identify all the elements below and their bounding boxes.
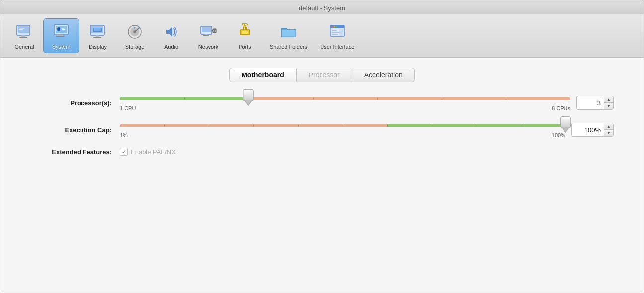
general-icon (14, 22, 34, 42)
svg-rect-17 (57, 28, 58, 29)
svg-rect-15 (58, 27, 59, 28)
svg-rect-35 (203, 35, 209, 36)
system-icon (51, 22, 71, 42)
svg-rect-11 (56, 28, 57, 29)
window-title: default - System (299, 4, 345, 12)
execution-cap-spinner-buttons: ▲ ▼ (604, 123, 614, 137)
tab-acceleration[interactable]: Acceleration (352, 68, 415, 82)
svg-marker-62 (563, 128, 569, 132)
toolbar-label-user-interface: User Interface (320, 44, 354, 50)
processor-slider-bg (120, 97, 570, 100)
processor-increment-button[interactable]: ▲ (604, 96, 613, 103)
cap-tick-1 (164, 125, 165, 127)
svg-point-28 (134, 27, 136, 29)
toolbar-item-storage[interactable]: Storage (117, 19, 153, 53)
content-area: Motherboard Processor Acceleration Proce… (0, 58, 644, 293)
svg-point-54 (335, 26, 337, 28)
cap-tick-5 (343, 125, 343, 127)
svg-rect-41 (242, 31, 248, 34)
cap-tick-3 (253, 125, 254, 127)
svg-rect-10 (62, 29, 65, 30)
network-icon (198, 22, 218, 42)
execution-cap-spinner: ▲ ▼ (571, 123, 614, 137)
svg-rect-33 (202, 27, 211, 32)
processor-decrement-button[interactable]: ▼ (604, 103, 613, 109)
svg-rect-4 (19, 28, 25, 29)
processor-slider-labels: 1 CPU 8 CPUs (120, 105, 570, 111)
svg-point-44 (244, 25, 246, 27)
execution-cap-label: Execution Cap: (30, 126, 120, 134)
execution-cap-thumb-wrapper (557, 116, 574, 136)
toolbar-label-general: General (14, 44, 34, 50)
toolbar-label-network: Network (198, 44, 218, 50)
sub-tabs: Motherboard Processor Acceleration (20, 68, 624, 82)
toolbar-label-display: Display (89, 44, 107, 50)
processor-slider-container: 1 CPU 8 CPUs (120, 94, 570, 111)
toolbar-item-display[interactable]: Display (80, 19, 116, 53)
processor-spinner: ▲ ▼ (576, 96, 614, 110)
title-bar: default - System (0, 0, 644, 14)
shared-folders-icon (279, 22, 299, 42)
svg-rect-61 (561, 116, 571, 128)
svg-rect-18 (57, 29, 58, 30)
svg-rect-56 (332, 32, 340, 33)
cap-tick-4 (298, 125, 299, 127)
processor-label: Processor(s): (30, 99, 120, 107)
svg-rect-5 (19, 29, 23, 30)
execution-cap-slider-container: 1% 100% (120, 121, 565, 138)
svg-rect-21 (96, 35, 99, 37)
toolbar-item-shared-folders[interactable]: Shared Folders (264, 19, 313, 53)
tab-motherboard[interactable]: Motherboard (229, 68, 297, 82)
execution-cap-slider-track[interactable] (120, 121, 565, 130)
svg-rect-34 (204, 34, 207, 35)
svg-rect-55 (332, 30, 337, 31)
svg-marker-60 (245, 101, 252, 105)
execution-cap-increment-button[interactable]: ▲ (604, 123, 613, 130)
processor-thumb[interactable] (240, 89, 257, 107)
svg-rect-57 (332, 34, 338, 35)
pae-nx-label: Enable PAE/NX (131, 148, 176, 156)
execution-cap-decrement-button[interactable]: ▼ (604, 130, 613, 136)
cap-tick-7 (432, 125, 432, 127)
processor-row: Processor(s): (30, 94, 614, 111)
svg-rect-24 (94, 28, 101, 31)
cap-tick-8 (477, 125, 477, 127)
tab-processor[interactable]: Processor (297, 68, 352, 82)
execution-cap-slider-labels: 1% 100% (120, 132, 565, 138)
svg-rect-16 (59, 27, 60, 28)
execution-cap-min-label: 1% (120, 132, 128, 138)
toolbar-item-ports[interactable]: Ports (227, 19, 263, 53)
user-interface-icon (327, 22, 347, 42)
processor-spinner-buttons: ▲ ▼ (604, 96, 614, 110)
execution-cap-thumb[interactable] (557, 116, 574, 134)
toolbar-item-general[interactable]: General (6, 19, 42, 53)
svg-rect-3 (19, 37, 27, 38)
execution-cap-value-input[interactable] (571, 123, 604, 137)
toolbar-item-audio[interactable]: Audio (154, 19, 189, 53)
toolbar-item-network[interactable]: Network (190, 19, 226, 53)
processor-slider-track[interactable] (120, 94, 570, 103)
svg-marker-31 (166, 27, 172, 37)
svg-rect-37 (214, 30, 215, 32)
toolbar-label-shared-folders: Shared Folders (270, 44, 307, 50)
processor-value-input[interactable] (576, 96, 604, 110)
cap-tick-2 (209, 125, 209, 127)
pae-nx-checkbox[interactable]: ✓ (120, 148, 128, 156)
toolbar-item-system[interactable]: System (43, 18, 79, 53)
toolbar: General (0, 14, 644, 58)
svg-rect-13 (56, 36, 65, 37)
extended-features-row: Extended Features: ✓ Enable PAE/NX (30, 148, 614, 156)
execution-cap-slider-bg (120, 124, 565, 127)
tick-1 (184, 98, 185, 100)
storage-icon (125, 22, 145, 42)
checkbox-group: ✓ Enable PAE/NX (120, 148, 176, 156)
svg-rect-9 (62, 28, 64, 29)
ports-icon (235, 22, 255, 42)
toolbar-item-user-interface[interactable]: User Interface (314, 19, 360, 53)
processor-thumb-wrapper (240, 89, 257, 109)
main-window: default - System General (0, 0, 644, 293)
checkbox-checkmark: ✓ (122, 149, 126, 155)
svg-point-52 (331, 26, 333, 28)
processor-slider-orange (248, 97, 570, 100)
toolbar-label-system: System (52, 44, 71, 50)
